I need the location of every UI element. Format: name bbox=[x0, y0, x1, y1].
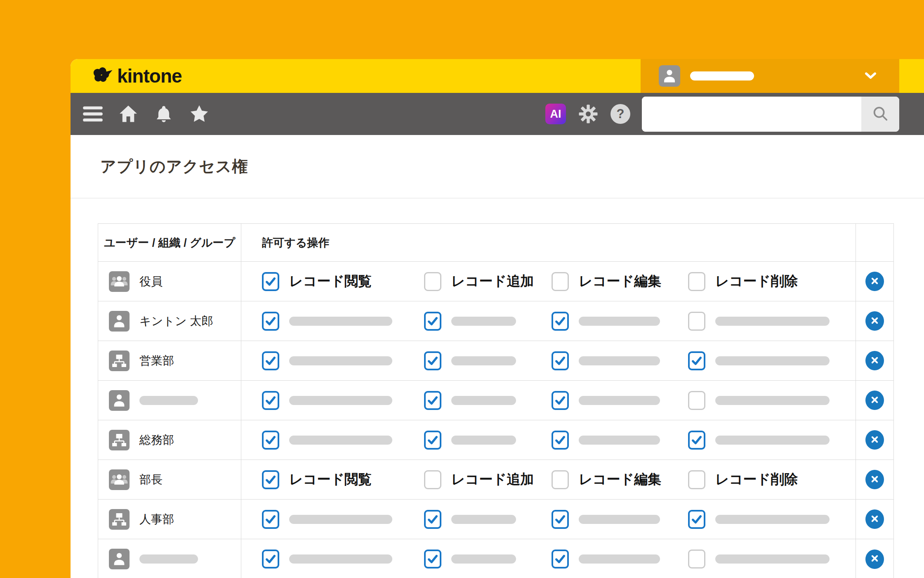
user-icon bbox=[109, 311, 130, 332]
search-button[interactable] bbox=[861, 97, 899, 132]
operation-label-placeholder bbox=[451, 436, 516, 445]
close-icon bbox=[870, 395, 879, 406]
permission-checkbox[interactable] bbox=[552, 550, 569, 569]
operation-label-placeholder bbox=[715, 515, 830, 524]
permission-checkbox[interactable] bbox=[552, 470, 569, 489]
operation-label: レコード閲覧 bbox=[289, 272, 372, 291]
permission-checkbox[interactable] bbox=[424, 510, 441, 529]
operation-label-placeholder bbox=[579, 515, 660, 524]
operation-3: レコード削除 bbox=[688, 470, 856, 489]
search-input[interactable] bbox=[642, 97, 861, 132]
permission-checkbox[interactable] bbox=[552, 431, 569, 450]
operation-3 bbox=[688, 351, 856, 370]
permission-checkbox[interactable] bbox=[424, 391, 441, 410]
permission-checkbox[interactable] bbox=[688, 470, 705, 489]
org-icon bbox=[109, 351, 130, 371]
permission-checkbox[interactable] bbox=[424, 550, 441, 569]
remove-row-button[interactable] bbox=[865, 550, 884, 569]
ai-button[interactable]: AI bbox=[545, 104, 566, 124]
permission-checkbox[interactable] bbox=[552, 391, 569, 410]
table-row: 総務部 bbox=[98, 420, 893, 460]
permission-checkbox[interactable] bbox=[688, 431, 705, 450]
page-title: アプリのアクセス権 bbox=[100, 156, 248, 177]
permission-checkbox[interactable] bbox=[552, 312, 569, 331]
operation-1: レコード追加 bbox=[424, 470, 552, 489]
permission-checkbox[interactable] bbox=[552, 510, 569, 529]
table-row: 営業部 bbox=[98, 341, 893, 381]
permission-checkbox[interactable] bbox=[262, 550, 279, 569]
remove-row-button[interactable] bbox=[865, 351, 884, 370]
table-row bbox=[98, 539, 893, 578]
title-block: アプリのアクセス権 bbox=[71, 135, 924, 199]
operation-3 bbox=[688, 510, 856, 529]
remove-row-button[interactable] bbox=[865, 272, 884, 291]
permission-checkbox[interactable] bbox=[262, 431, 279, 450]
action-cell bbox=[856, 341, 893, 380]
permission-checkbox[interactable] bbox=[688, 550, 705, 569]
permission-checkbox[interactable] bbox=[424, 272, 441, 291]
remove-row-button[interactable] bbox=[865, 470, 884, 489]
operation-0 bbox=[262, 550, 424, 569]
hamburger-menu-icon[interactable] bbox=[82, 103, 104, 125]
home-icon[interactable] bbox=[118, 103, 139, 125]
close-icon bbox=[870, 514, 879, 525]
help-icon[interactable]: ? bbox=[610, 104, 630, 124]
settings-gear-icon[interactable] bbox=[578, 103, 599, 125]
column-header-entity: ユーザー / 組織 / グループ bbox=[98, 224, 241, 261]
permission-checkbox[interactable] bbox=[688, 272, 705, 291]
permission-checkbox[interactable] bbox=[688, 351, 705, 370]
operation-label-placeholder bbox=[715, 317, 830, 326]
permission-checkbox[interactable] bbox=[262, 391, 279, 410]
permission-checkbox[interactable] bbox=[552, 272, 569, 291]
kintone-cloud-icon bbox=[91, 66, 113, 86]
table-row: 部長レコード閲覧レコード追加レコード編集レコード削除 bbox=[98, 460, 893, 500]
entity-name: 営業部 bbox=[139, 353, 174, 369]
permission-checkbox[interactable] bbox=[262, 272, 279, 291]
remove-row-button[interactable] bbox=[865, 430, 884, 450]
entity-cell: 総務部 bbox=[98, 420, 241, 460]
permission-checkbox[interactable] bbox=[262, 312, 279, 331]
operation-label-placeholder bbox=[289, 515, 392, 524]
table-row: 人事部 bbox=[98, 500, 893, 539]
operation-2 bbox=[552, 431, 688, 450]
desktop-background: { "colors": { "background_orange": "#F9A… bbox=[0, 0, 924, 578]
operation-label-placeholder bbox=[579, 554, 660, 564]
permission-checkbox[interactable] bbox=[424, 312, 441, 331]
favorites-star-icon[interactable] bbox=[189, 103, 210, 125]
remove-row-button[interactable] bbox=[865, 509, 884, 529]
operation-3 bbox=[688, 312, 856, 331]
remove-row-button[interactable] bbox=[865, 391, 884, 410]
operation-label-placeholder bbox=[451, 396, 516, 405]
notifications-bell-icon[interactable] bbox=[153, 103, 174, 125]
operation-label-placeholder bbox=[289, 554, 392, 564]
operation-2: レコード編集 bbox=[552, 470, 688, 489]
permission-checkbox[interactable] bbox=[424, 351, 441, 370]
entity-name: キントン 太郎 bbox=[139, 313, 213, 329]
action-cell bbox=[856, 301, 893, 341]
entity-cell: 役員 bbox=[98, 262, 241, 301]
permission-checkbox[interactable] bbox=[688, 312, 705, 331]
operation-label-placeholder bbox=[579, 317, 660, 326]
group-icon bbox=[109, 469, 130, 490]
entity-cell: 営業部 bbox=[98, 341, 241, 380]
permission-checkbox[interactable] bbox=[688, 391, 705, 410]
permission-checkbox[interactable] bbox=[262, 351, 279, 370]
permission-checkbox[interactable] bbox=[688, 510, 705, 529]
user-menu[interactable] bbox=[641, 59, 899, 93]
user-icon bbox=[109, 549, 130, 569]
close-icon bbox=[870, 435, 879, 445]
permission-checkbox[interactable] bbox=[262, 470, 279, 489]
search-icon bbox=[872, 105, 889, 123]
table-row: 役員レコード閲覧レコード追加レコード編集レコード削除 bbox=[98, 262, 893, 301]
content-area: アプリのアクセス権 ユーザー / 組織 / グループ 許可する操作 役員レコード… bbox=[71, 135, 924, 578]
operation-label-placeholder bbox=[715, 356, 830, 365]
entity-name: 部長 bbox=[139, 472, 163, 488]
group-icon bbox=[109, 271, 130, 292]
permission-checkbox[interactable] bbox=[424, 470, 441, 489]
remove-row-button[interactable] bbox=[865, 311, 884, 331]
permission-checkbox[interactable] bbox=[552, 351, 569, 370]
permission-checkbox[interactable] bbox=[424, 431, 441, 450]
permission-checkbox[interactable] bbox=[262, 510, 279, 529]
kintone-logo: kintone bbox=[91, 59, 182, 93]
org-icon bbox=[109, 430, 130, 450]
